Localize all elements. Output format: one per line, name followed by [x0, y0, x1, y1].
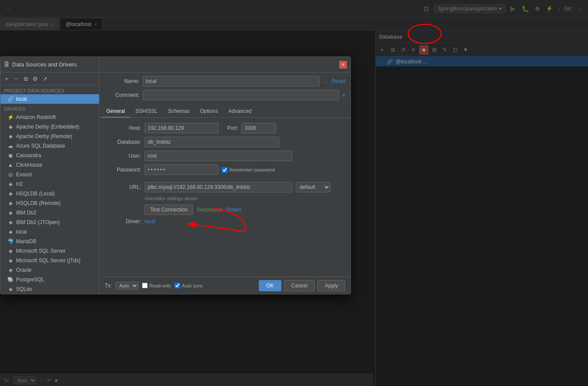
sidebar-item-hsqldb-remote[interactable]: ◈ HSQLDB (Remote)	[0, 198, 99, 208]
url-input[interactable]	[145, 182, 292, 192]
local-driver-icon: ◈	[7, 229, 13, 235]
derby-remote-icon: ◈	[7, 133, 13, 139]
ok-button[interactable]: OK	[259, 280, 281, 291]
sidebar-remove-btn[interactable]: −	[12, 75, 20, 83]
comment-clear-icon[interactable]: ×	[342, 92, 345, 98]
name-ellipsis-icon[interactable]: …	[323, 78, 328, 84]
sidebar-item-mariadb-label: MariaDB	[16, 238, 36, 244]
sidebar-item-ibm-db2-jtopen[interactable]: ◈ IBM Db2 (JTOpen)	[0, 218, 99, 227]
footer-tx-label: Tx:	[105, 283, 112, 289]
sidebar-item-hsqldb-local[interactable]: ◈ HSQLDB (Local)	[0, 189, 99, 198]
sidebar-item-h2-label: H2	[16, 181, 23, 187]
sidebar-item-ibm-db2-label: IBM Db2	[16, 210, 36, 216]
modal-overlay: 🗄 Data Sources and Drivers + − ⧉ ⚙ ↗ ‹ ›…	[0, 0, 588, 386]
tab-general[interactable]: General	[101, 106, 130, 118]
comment-row: Comment: ×	[105, 90, 345, 100]
dialog-close-button[interactable]: ×	[339, 61, 347, 69]
reset-link[interactable]: Reset	[332, 78, 345, 84]
tab-schemas[interactable]: Schemas	[162, 106, 195, 118]
dialog-title: 🗄 Data Sources and Drivers	[4, 61, 77, 68]
host-input[interactable]	[145, 123, 218, 133]
tab-advanced[interactable]: Advanced	[223, 106, 257, 118]
user-input[interactable]	[145, 151, 292, 161]
mssql-icon: ◈	[7, 248, 13, 254]
sidebar-item-local-driver[interactable]: ◈ local	[0, 227, 99, 237]
comment-input[interactable]	[143, 90, 339, 100]
database-input[interactable]	[145, 137, 279, 147]
cassandra-icon: ◉	[7, 152, 13, 158]
sidebar-copy-btn[interactable]: ⧉	[21, 75, 30, 83]
test-connection-button[interactable]: Test Connection	[145, 205, 193, 215]
amazon-icon: ⚡	[7, 114, 13, 120]
nav-forward-btn[interactable]: ›	[96, 76, 97, 82]
dialog-title-icon: 🗄	[4, 61, 10, 68]
azure-icon: ☁	[7, 143, 13, 149]
apply-button[interactable]: Apply	[317, 280, 345, 291]
sidebar-item-h2[interactable]: ◈ H2	[0, 179, 99, 189]
database-row: Database:	[106, 137, 344, 147]
sidebar-item-amazon-redshift[interactable]: ⚡ Amazon Redshift	[0, 112, 99, 122]
footer-readonly-checkbox[interactable]	[142, 283, 148, 288]
overrides-text: Overrides settings above	[145, 196, 198, 201]
sidebar-item-postgresql-label: PostgreSQL	[16, 277, 44, 283]
host-label: Host:	[106, 125, 141, 131]
footer-readonly-label[interactable]: Read-only	[142, 283, 171, 288]
sidebar-item-cassandra[interactable]: ◉ Cassandra	[0, 151, 99, 160]
remember-password-checkbox[interactable]	[222, 167, 228, 173]
exasol-icon: ◎	[7, 172, 13, 178]
sidebar-item-sqlite[interactable]: ◈ SQLite	[0, 284, 99, 294]
test-connection-row: Test Connection Successful Details	[106, 205, 344, 215]
url-label: URL:	[106, 184, 141, 190]
sidebar-item-sqlite-label: SQLite	[16, 286, 32, 292]
ibm-db2-icon: ◈	[7, 210, 13, 216]
details-link[interactable]: Details	[225, 207, 241, 213]
url-type-select[interactable]: default custom	[296, 182, 330, 192]
sidebar-item-mariadb[interactable]: 🐬 MariaDB	[0, 237, 99, 246]
name-input[interactable]	[143, 76, 320, 86]
port-input[interactable]	[241, 123, 276, 133]
user-row: User:	[106, 151, 344, 161]
postgresql-icon: 🐘	[7, 277, 13, 283]
sidebar-item-mssql-jtds-label: Microsoft SQL Server (jTds)	[16, 257, 80, 264]
sidebar-export-btn[interactable]: ↗	[40, 75, 49, 83]
sidebar-item-hsqldb-remote-label: HSQLDB (Remote)	[16, 200, 61, 206]
dialog-footer: Tx: Auto Read-only Auto sync OK Ca	[99, 277, 350, 294]
password-input[interactable]	[145, 165, 218, 175]
sidebar-item-clickhouse[interactable]: ▲ ClickHouse	[0, 160, 99, 170]
footer-autosync-label[interactable]: Auto sync	[175, 283, 203, 288]
cancel-button[interactable]: Cancel	[284, 280, 315, 291]
sidebar-item-postgresql[interactable]: 🐘 PostgreSQL	[0, 275, 99, 284]
nav-back-btn[interactable]: ‹	[92, 76, 94, 82]
ibm-db2-jtopen-icon: ◈	[7, 219, 13, 225]
footer-readonly-text: Read-only	[149, 283, 171, 288]
sidebar-item-local-selected[interactable]: 🔗 local	[0, 94, 99, 104]
h2-icon: ◈	[7, 181, 13, 187]
hsqldb-local-icon: ◈	[7, 191, 13, 197]
clickhouse-icon: ▲	[7, 162, 13, 168]
driver-value[interactable]: local	[145, 218, 155, 224]
sidebar-item-azure-label: Azure SQL Database	[16, 143, 65, 149]
sidebar-item-mssql[interactable]: ◈ Microsoft SQL Server	[0, 246, 99, 256]
footer-tx-select[interactable]: Auto	[116, 282, 139, 290]
footer-right: OK Cancel Apply	[259, 280, 345, 291]
sidebar-item-ibm-db2[interactable]: ◈ IBM Db2	[0, 208, 99, 218]
sidebar-item-apache-derby-remote[interactable]: ◈ Apache Derby (Remote)	[0, 132, 99, 141]
sidebar-item-amazon-label: Amazon Redshift	[16, 114, 56, 120]
sidebar-item-oracle[interactable]: ◈ Oracle	[0, 265, 99, 275]
sidebar-settings-btn[interactable]: ⚙	[31, 75, 40, 83]
dialog-content: × Name: … Reset Comment: × General	[99, 57, 350, 294]
datasources-dialog: 🗄 Data Sources and Drivers + − ⧉ ⚙ ↗ ‹ ›…	[0, 56, 351, 294]
sidebar-add-btn[interactable]: +	[2, 75, 11, 83]
password-row: Password: Remember password	[106, 165, 344, 175]
sidebar-item-exasol[interactable]: ◎ Exasol	[0, 170, 99, 179]
sidebar-item-apache-derby-embedded[interactable]: ◈ Apache Derby (Embedded)	[0, 122, 99, 132]
sidebar-item-mssql-jtds[interactable]: ◈ Microsoft SQL Server (jTds)	[0, 256, 99, 265]
tab-options[interactable]: Options	[195, 106, 223, 118]
comment-label: Comment:	[105, 92, 139, 98]
port-label: Port:	[227, 125, 238, 131]
footer-autosync-checkbox[interactable]	[175, 283, 180, 288]
sidebar-item-azure[interactable]: ☁ Azure SQL Database	[0, 141, 99, 151]
remember-password-label[interactable]: Remember password	[222, 167, 275, 173]
tab-ssh-ssl[interactable]: SSH/SSL	[130, 106, 163, 118]
name-label: Name:	[105, 78, 139, 84]
